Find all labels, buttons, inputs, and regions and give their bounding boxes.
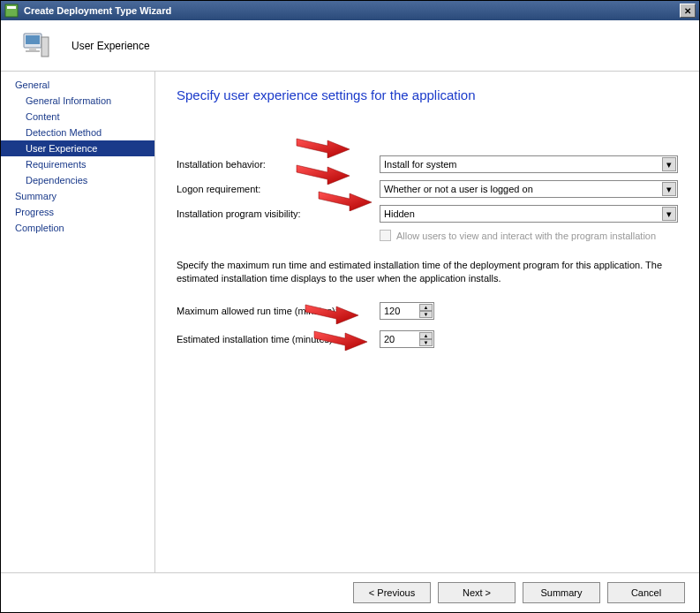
est-time-label: Estimated installation time (minutes): bbox=[177, 334, 380, 344]
previous-button[interactable]: < Previous bbox=[353, 582, 431, 603]
visibility-value: Hidden bbox=[384, 208, 415, 219]
logon-req-select[interactable]: Whether or not a user is logged on ▾ bbox=[380, 180, 678, 198]
svg-rect-5 bbox=[29, 48, 36, 50]
allow-interact-row: Allow users to view and interact with th… bbox=[380, 230, 678, 241]
sidebar-item-user-experience[interactable]: User Experience bbox=[1, 140, 154, 156]
install-behavior-value: Install for system bbox=[384, 159, 457, 170]
banner-title: User Experience bbox=[72, 40, 150, 52]
install-behavior-select[interactable]: Install for system ▾ bbox=[380, 155, 678, 173]
sidebar-item-detection-method[interactable]: Detection Method bbox=[1, 125, 154, 140]
runtime-description: Specify the maximum run time and estimat… bbox=[177, 259, 678, 286]
allow-interact-label: Allow users to view and interact with th… bbox=[396, 231, 656, 241]
sidebar-item-general-information[interactable]: General Information bbox=[1, 93, 154, 109]
sidebar: General General Information Content Dete… bbox=[1, 72, 155, 572]
titlebar: Create Deployment Type Wizard ✕ bbox=[1, 1, 699, 20]
computer-icon bbox=[19, 28, 54, 64]
sidebar-item-progress[interactable]: Progress bbox=[1, 204, 154, 220]
visibility-label: Installation program visibility: bbox=[177, 208, 380, 219]
est-time-value: 20 bbox=[384, 334, 395, 344]
install-behavior-label: Installation behavior: bbox=[177, 159, 380, 170]
app-icon bbox=[4, 4, 19, 18]
svg-rect-6 bbox=[26, 50, 40, 52]
wizard-window: Create Deployment Type Wizard ✕ User Exp… bbox=[0, 0, 700, 613]
spinner-down-icon[interactable]: ▼ bbox=[419, 311, 433, 318]
chevron-down-icon: ▾ bbox=[662, 182, 676, 196]
logon-req-value: Whether or not a user is logged on bbox=[384, 184, 533, 194]
summary-button[interactable]: Summary bbox=[523, 582, 600, 603]
max-runtime-input[interactable]: 120 ▲ ▼ bbox=[380, 302, 434, 320]
spinner-up-icon[interactable]: ▲ bbox=[419, 304, 433, 311]
visibility-select[interactable]: Hidden ▾ bbox=[380, 205, 678, 223]
next-button[interactable]: Next > bbox=[438, 582, 516, 603]
max-runtime-label: Maximum allowed run time (minutes): bbox=[177, 306, 380, 316]
chevron-down-icon: ▾ bbox=[662, 207, 676, 221]
sidebar-item-completion[interactable]: Completion bbox=[1, 220, 154, 236]
svg-rect-4 bbox=[41, 37, 49, 57]
spinner-down-icon[interactable]: ▼ bbox=[419, 339, 433, 346]
window-title: Create Deployment Type Wizard bbox=[24, 5, 171, 16]
content-area: Specify user experience settings for the… bbox=[155, 72, 699, 572]
sidebar-item-requirements[interactable]: Requirements bbox=[1, 156, 154, 172]
est-time-input[interactable]: 20 ▲ ▼ bbox=[380, 330, 434, 348]
button-row: < Previous Next > Summary Cancel bbox=[1, 572, 699, 612]
max-runtime-value: 120 bbox=[384, 306, 400, 316]
spinner-up-icon[interactable]: ▲ bbox=[419, 332, 433, 339]
sidebar-item-summary[interactable]: Summary bbox=[1, 188, 154, 204]
sidebar-item-general[interactable]: General bbox=[1, 77, 154, 93]
sidebar-item-dependencies[interactable]: Dependencies bbox=[1, 172, 154, 188]
logon-req-label: Logon requirement: bbox=[177, 184, 380, 194]
banner: User Experience bbox=[1, 20, 699, 72]
close-button[interactable]: ✕ bbox=[680, 4, 696, 18]
sidebar-item-content[interactable]: Content bbox=[1, 109, 154, 125]
svg-rect-1 bbox=[7, 6, 16, 9]
allow-interact-checkbox bbox=[380, 230, 391, 241]
cancel-button[interactable]: Cancel bbox=[607, 582, 685, 603]
chevron-down-icon: ▾ bbox=[662, 157, 676, 171]
svg-rect-3 bbox=[26, 35, 40, 44]
content-heading: Specify user experience settings for the… bbox=[177, 87, 678, 102]
body: General General Information Content Dete… bbox=[1, 72, 699, 572]
